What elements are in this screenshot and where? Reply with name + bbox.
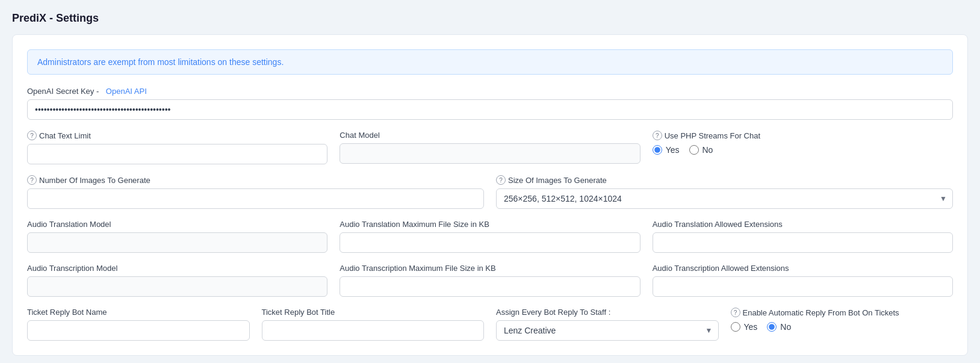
use-php-no-label[interactable]: No: [689, 145, 713, 155]
audio-transcription-max-file-input[interactable]: 1700000: [340, 276, 640, 297]
use-php-no-radio[interactable]: [689, 145, 699, 155]
assign-bot-reply-select[interactable]: Lenz Creative: [496, 320, 719, 341]
assign-bot-reply-group: Assign Every Bot Reply To Staff : Lenz C…: [496, 308, 719, 341]
assign-bot-reply-label: Assign Every Bot Reply To Staff :: [496, 308, 719, 317]
settings-container: Administrators are exempt from most limi…: [12, 34, 968, 356]
chat-text-limit-group: ? Chat Text Limit 210: [27, 131, 327, 164]
openai-api-link[interactable]: OpenAI API: [106, 87, 147, 96]
num-images-label: ? Number Of Images To Generate: [27, 175, 484, 185]
audio-translation-max-file-label: Audio Translation Maximum File Size in K…: [340, 220, 640, 229]
size-images-label: ? Size Of Images To Generate: [496, 175, 953, 185]
audio-transcription-model-input: whisper-1: [27, 276, 327, 297]
ticket-bot-title-label: Ticket Reply Bot Title: [262, 308, 485, 317]
openai-secret-key-input[interactable]: [27, 99, 953, 120]
audio-transcription-extensions-input[interactable]: .mp3,.m4a: [653, 276, 953, 297]
chat-text-limit-input[interactable]: 210: [27, 144, 327, 164]
use-php-group: ? Use PHP Streams For Chat Yes No: [653, 131, 953, 155]
audio-translation-extensions-group: Audio Translation Allowed Extensions .mp…: [653, 220, 953, 253]
use-php-label: ? Use PHP Streams For Chat: [653, 131, 953, 140]
page-title: PrediX - Settings: [12, 12, 968, 25]
size-images-help-icon[interactable]: ?: [496, 175, 506, 185]
ticket-bot-title-input[interactable]: Technical Support: [262, 320, 485, 341]
ticket-bot-name-input[interactable]: Alex: [27, 320, 250, 341]
audio-transcription-extensions-group: Audio Transcription Allowed Extensions .…: [653, 264, 953, 297]
ticket-bot-name-label: Ticket Reply Bot Name: [27, 308, 250, 317]
assign-bot-reply-select-wrapper: Lenz Creative ▼: [496, 320, 719, 341]
audio-transcription-model-label: Audio Transcription Model: [27, 264, 327, 273]
audio-translation-max-file-group: Audio Translation Maximum File Size in K…: [340, 220, 640, 253]
num-images-help-icon[interactable]: ?: [27, 175, 37, 185]
audio-translation-model-label: Audio Translation Model: [27, 220, 327, 229]
enable-auto-reply-no-label[interactable]: No: [767, 322, 791, 332]
audio-transcription-max-file-label: Audio Transcription Maximum File Size in…: [340, 264, 640, 273]
audio-translation-model-input: whisper-1: [27, 232, 327, 253]
ticket-bot-row: Ticket Reply Bot Name Alex Ticket Reply …: [27, 308, 953, 341]
audio-transcription-model-group: Audio Transcription Model whisper-1: [27, 264, 327, 297]
enable-auto-reply-no-radio[interactable]: [767, 322, 777, 332]
use-php-yes-radio[interactable]: [653, 145, 662, 155]
openai-label: OpenAI Secret Key - OpenAI API: [27, 87, 953, 96]
audio-translation-extensions-input[interactable]: .mp3,.m4a: [653, 232, 953, 253]
info-banner: Administrators are exempt from most limi…: [27, 49, 953, 75]
use-php-radio-group: Yes No: [653, 145, 953, 155]
images-row: ? Number Of Images To Generate 3 ? Size …: [27, 175, 953, 209]
audio-transcription-row: Audio Transcription Model whisper-1 Audi…: [27, 264, 953, 297]
audio-translation-extensions-label: Audio Translation Allowed Extensions: [653, 220, 953, 229]
chat-text-limit-help-icon[interactable]: ?: [27, 131, 37, 140]
enable-auto-reply-yes-label[interactable]: Yes: [731, 322, 758, 332]
num-images-input[interactable]: 3: [27, 188, 484, 209]
audio-translation-max-file-input[interactable]: 1700000: [340, 232, 640, 253]
use-php-help-icon[interactable]: ?: [653, 131, 662, 140]
size-images-select-wrapper: 256×256, 512×512, 1024×1024 ▼: [496, 188, 953, 209]
enable-auto-reply-group: ? Enable Automatic Reply From Bot On Tic…: [731, 308, 954, 332]
ticket-bot-name-group: Ticket Reply Bot Name Alex: [27, 308, 250, 341]
chat-model-label: Chat Model: [340, 131, 640, 140]
enable-auto-reply-radio-group: Yes No: [731, 322, 954, 332]
use-php-yes-label[interactable]: Yes: [653, 145, 680, 155]
enable-auto-reply-yes-radio[interactable]: [731, 322, 740, 332]
enable-auto-reply-label: ? Enable Automatic Reply From Bot On Tic…: [731, 308, 954, 317]
chat-row: ? Chat Text Limit 210 Chat Model gpt-3.5…: [27, 131, 953, 164]
num-images-group: ? Number Of Images To Generate 3: [27, 175, 484, 209]
audio-translation-model-group: Audio Translation Model whisper-1: [27, 220, 327, 253]
size-images-select[interactable]: 256×256, 512×512, 1024×1024: [496, 188, 953, 209]
audio-transcription-max-file-group: Audio Transcription Maximum File Size in…: [340, 264, 640, 297]
openai-key-group: OpenAI Secret Key - OpenAI API: [27, 87, 953, 120]
chat-text-limit-label: ? Chat Text Limit: [27, 131, 327, 140]
ticket-bot-title-group: Ticket Reply Bot Title Technical Support: [262, 308, 485, 341]
chat-model-group: Chat Model gpt-3.5-turbo: [340, 131, 640, 164]
audio-translation-row: Audio Translation Model whisper-1 Audio …: [27, 220, 953, 253]
audio-transcription-extensions-label: Audio Transcription Allowed Extensions: [653, 264, 953, 273]
enable-auto-reply-help-icon[interactable]: ?: [731, 308, 740, 317]
chat-model-input: gpt-3.5-turbo: [340, 143, 640, 164]
size-images-group: ? Size Of Images To Generate 256×256, 51…: [496, 175, 953, 209]
